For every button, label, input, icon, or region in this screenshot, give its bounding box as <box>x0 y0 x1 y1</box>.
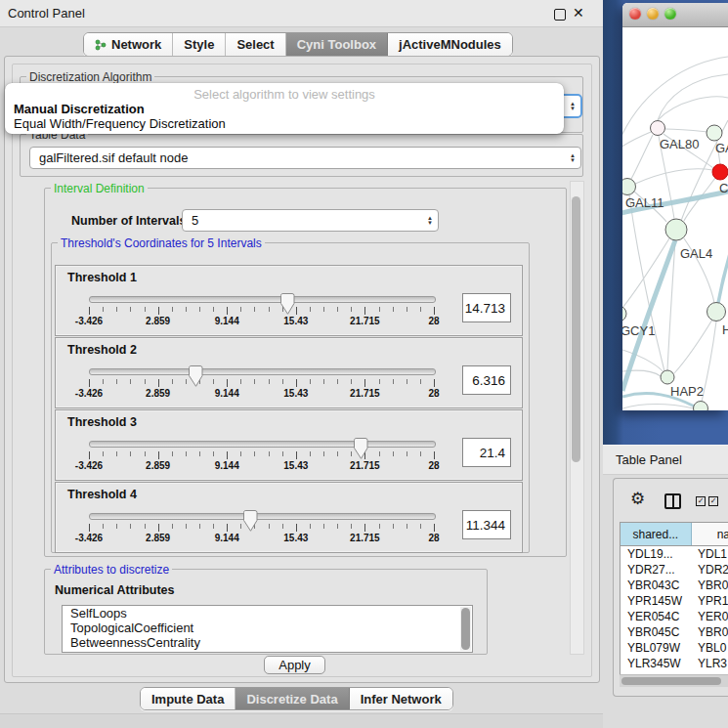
zoom-traffic-light-icon[interactable] <box>664 8 676 20</box>
table-row[interactable]: YER054CYER0 <box>621 609 728 624</box>
network-node-h[interactable] <box>707 303 726 321</box>
network-window-titlebar[interactable] <box>622 3 728 27</box>
threshold-slider-track[interactable] <box>89 441 436 448</box>
slider-tick-label: -3.426 <box>75 533 103 543</box>
tab-network[interactable]: Network <box>84 33 173 56</box>
threshold-value-field[interactable]: 6.316 <box>462 365 511 395</box>
close-traffic-light-icon[interactable] <box>629 8 641 20</box>
threshold-slider-track[interactable] <box>89 513 436 520</box>
table-cell[interactable]: YBL0 <box>693 641 728 655</box>
attributes-list-scrollbar-thumb[interactable] <box>461 608 470 650</box>
tab-cyni-toolbox[interactable]: Cyni Toolbox <box>286 33 388 56</box>
threshold-slider-thumb[interactable] <box>280 293 295 315</box>
node-label: GCY1 <box>622 323 655 338</box>
slider-tick <box>393 379 394 384</box>
column-header-shared[interactable]: shared... <box>621 523 692 545</box>
combo-arrows-icon: ▲▼ <box>427 216 433 226</box>
table-row[interactable]: YDR27...YDR2 <box>621 562 728 578</box>
slider-tick <box>158 379 159 387</box>
settings-vertical-scrollbar[interactable] <box>570 181 584 655</box>
numerical-attributes-list[interactable]: SelfLoopsTopologicalCoefficientBetweenne… <box>62 605 473 653</box>
slider-tick <box>364 524 365 532</box>
tab-select[interactable]: Select <box>226 33 285 56</box>
column-header-name[interactable]: na <box>692 523 728 545</box>
threshold-slider-thumb[interactable] <box>354 438 368 459</box>
tab-style[interactable]: Style <box>173 33 226 56</box>
table-cell[interactable]: YBR0 <box>693 578 728 592</box>
slider-tick-label: 2.859 <box>146 388 170 399</box>
slider-tick <box>351 524 352 529</box>
slider-tick-label: 15.43 <box>283 388 308 399</box>
table-cell[interactable]: YDL19... <box>621 547 693 561</box>
network-node-hap2[interactable] <box>661 370 674 384</box>
tab-infer-network[interactable]: Infer Network <box>350 688 452 709</box>
float-window-icon[interactable] <box>554 9 566 21</box>
attribute-item-selfloops[interactable]: SelfLoops <box>63 606 472 621</box>
tab-impute-data[interactable]: Impute Data <box>141 688 236 709</box>
table-row[interactable]: YPR145WYPR1 <box>621 593 728 609</box>
table-horizontal-scrollbar-thumb[interactable] <box>621 677 721 685</box>
table-cell[interactable]: YBL079W <box>621 641 693 655</box>
threshold-slider-thumb[interactable] <box>189 365 203 387</box>
algorithm-option-manual-discretization[interactable]: Manual Discretization <box>14 102 145 116</box>
number-of-intervals-combobox[interactable]: 5 ▲▼ <box>182 209 439 232</box>
table-cell[interactable]: YDR2 <box>693 563 728 577</box>
table-row[interactable]: YBL079WYBL0 <box>621 640 728 656</box>
table-row[interactable]: YDL19...YDL1 <box>621 546 728 562</box>
table-horizontal-scrollbar[interactable] <box>620 674 728 687</box>
settings-vertical-scrollbar-thumb[interactable] <box>572 196 580 462</box>
table-cell[interactable]: YBR043C <box>621 578 693 592</box>
threshold-slider-thumb[interactable] <box>243 510 258 532</box>
close-icon[interactable]: ✕ <box>573 5 584 21</box>
control-panel-titlebar: Control Panel ✕ <box>0 0 603 27</box>
network-node-gal11[interactable] <box>622 179 636 195</box>
table-cell[interactable]: YBR0 <box>693 625 728 639</box>
network-node-c[interactable] <box>712 164 728 180</box>
slider-tick <box>172 451 173 456</box>
threshold-slider-track[interactable] <box>89 296 436 303</box>
attributes-list-scrollbar[interactable] <box>460 607 471 651</box>
slider-tick <box>145 451 146 456</box>
slider-tick <box>254 307 255 312</box>
algorithm-option-equal-width-frequency[interactable]: Equal Width/Frequency Discretization <box>14 116 226 131</box>
network-node-gcy1[interactable] <box>622 306 626 321</box>
slider-tick <box>199 524 200 529</box>
threshold-value-field[interactable]: 11.344 <box>462 510 511 539</box>
table-cell[interactable]: YER054C <box>621 610 693 623</box>
network-node-ga[interactable] <box>707 125 722 141</box>
table-cell[interactable]: YDR27... <box>621 563 693 577</box>
table-cell[interactable]: YPR145W <box>621 594 693 608</box>
split-columns-icon[interactable] <box>664 493 681 509</box>
minimize-traffic-light-icon[interactable] <box>647 8 659 20</box>
threshold-value-field[interactable]: 21.4 <box>462 438 511 467</box>
attribute-item-betweennesscentrality[interactable]: BetweennessCentrality <box>63 635 472 650</box>
table-row[interactable]: YLR345WYLR3 <box>621 656 728 671</box>
network-node-gal4[interactable] <box>665 219 687 240</box>
checkbox-icon[interactable]: ✓ <box>696 496 706 506</box>
table-cell[interactable]: YBR045C <box>621 625 693 639</box>
attribute-item-topologicalcoefficient[interactable]: TopologicalCoefficient <box>63 621 472 635</box>
checkbox-icon[interactable]: ✓ <box>708 496 718 506</box>
table-row[interactable]: YBR043CYBR0 <box>621 578 728 593</box>
table-cell[interactable]: YDL1 <box>693 547 728 561</box>
tab-jactivemnodules[interactable]: jActiveMNodules <box>388 33 512 56</box>
table-cell[interactable]: YER0 <box>693 610 728 623</box>
apply-button[interactable]: Apply <box>264 656 325 674</box>
table-row[interactable]: YBR045CYBR0 <box>621 624 728 640</box>
network-node[interactable] <box>694 402 708 411</box>
table-data-combobox[interactable]: galFiltered.sif default node ▲▼ <box>29 147 581 169</box>
network-node-gal80[interactable] <box>651 121 665 136</box>
tab-label: Style <box>184 37 214 52</box>
table-cell[interactable]: YLR345W <box>621 657 693 670</box>
network-canvas[interactable]: GAL80GACGAL11GAL4GCY1HHAP2 <box>622 27 728 410</box>
gear-icon[interactable]: ⚙ <box>630 489 645 509</box>
slider-tick-label: 15.43 <box>283 316 308 326</box>
slider-tick <box>199 451 200 456</box>
tab-discretize-data[interactable]: Discretize Data <box>236 688 349 709</box>
threshold-slider-track[interactable] <box>89 368 436 375</box>
slider-tick <box>351 307 352 312</box>
network-icon <box>95 39 107 51</box>
threshold-value-field[interactable]: 14.713 <box>462 293 511 322</box>
table-cell[interactable]: YLR3 <box>693 657 728 670</box>
table-cell[interactable]: YPR1 <box>693 594 728 608</box>
